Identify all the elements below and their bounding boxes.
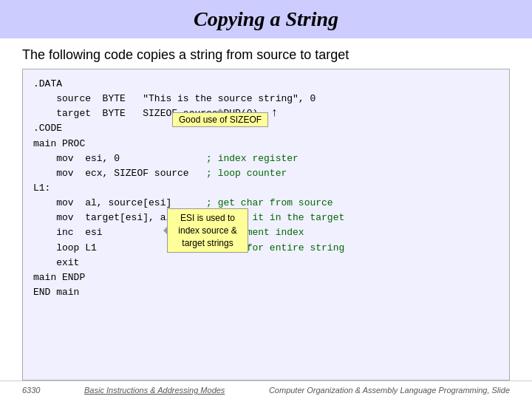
- comment-2: ; loop counter: [206, 168, 287, 179]
- comment-1: ; index register: [206, 153, 299, 164]
- slide-title: Copying a String: [0, 0, 532, 38]
- code-line-7: mov ecx, SIZEOF source ; loop counter: [33, 166, 499, 181]
- callout-esi: ESI is used toindex source &target strin…: [167, 208, 248, 253]
- footer-right: Computer Organization & Assembly Languag…: [269, 386, 510, 395]
- code-line-11: inc esi ; increment index: [33, 225, 499, 240]
- code-line-13: exit: [33, 256, 499, 270]
- footer: 6330 Basic Instructions & Addressing Mod…: [0, 381, 532, 399]
- callout-esi-text: ESI is used toindex source &target strin…: [178, 213, 236, 248]
- comment-3: ; get char from source: [206, 197, 333, 208]
- code-line-6: mov esi, 0 ; index register: [33, 151, 499, 166]
- code-line-9: mov al, source[esi] ; get char from sour…: [33, 196, 499, 211]
- arrow-icon: ↑: [271, 107, 279, 119]
- code-line-10: mov target[esi], al ; store it in the ta…: [33, 211, 499, 225]
- code-box: .DATA source BYTE "This is the source st…: [22, 69, 510, 381]
- code-line-5: main PROC: [33, 137, 499, 151]
- slide-subtitle: The following code copies a string from …: [0, 38, 532, 69]
- code-line-1: .DATA: [33, 77, 499, 92]
- callout-sizeof: Good use of SIZEOF: [172, 112, 268, 127]
- code-line-15: END main: [33, 285, 499, 300]
- code-line-8: L1:: [33, 181, 499, 196]
- slide: Copying a String The following code copi…: [0, 0, 532, 399]
- code-line-14: main ENDP: [33, 270, 499, 285]
- footer-center: Basic Instructions & Addressing Modes: [84, 386, 225, 395]
- code-line-2: source BYTE "This is the source string",…: [33, 92, 499, 106]
- footer-left: 6330: [22, 386, 40, 395]
- code-line-12: loop L1 ; loop for entire string: [33, 241, 499, 256]
